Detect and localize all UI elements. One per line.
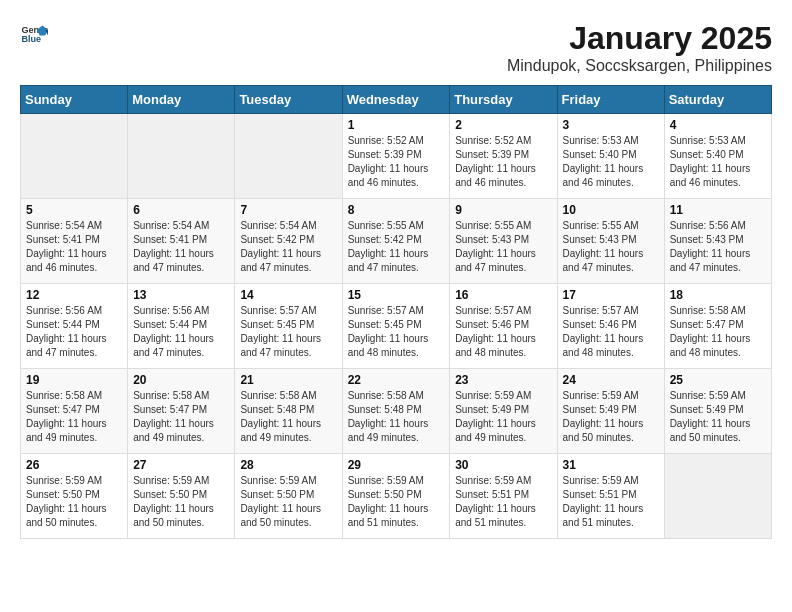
day-number: 20 xyxy=(133,373,229,387)
day-info: Sunrise: 5:58 AM Sunset: 5:47 PM Dayligh… xyxy=(133,389,229,445)
day-number: 26 xyxy=(26,458,122,472)
calendar-header-monday: Monday xyxy=(128,86,235,114)
day-number: 5 xyxy=(26,203,122,217)
day-number: 29 xyxy=(348,458,445,472)
day-number: 11 xyxy=(670,203,766,217)
main-title: January 2025 xyxy=(507,20,772,57)
calendar-header-wednesday: Wednesday xyxy=(342,86,450,114)
day-info: Sunrise: 5:58 AM Sunset: 5:47 PM Dayligh… xyxy=(670,304,766,360)
calendar-header-thursday: Thursday xyxy=(450,86,557,114)
day-number: 9 xyxy=(455,203,551,217)
day-number: 24 xyxy=(563,373,659,387)
day-info: Sunrise: 5:53 AM Sunset: 5:40 PM Dayligh… xyxy=(563,134,659,190)
day-info: Sunrise: 5:57 AM Sunset: 5:46 PM Dayligh… xyxy=(563,304,659,360)
day-number: 6 xyxy=(133,203,229,217)
calendar-cell: 26Sunrise: 5:59 AM Sunset: 5:50 PM Dayli… xyxy=(21,454,128,539)
day-info: Sunrise: 5:52 AM Sunset: 5:39 PM Dayligh… xyxy=(455,134,551,190)
calendar-cell: 23Sunrise: 5:59 AM Sunset: 5:49 PM Dayli… xyxy=(450,369,557,454)
calendar-cell: 12Sunrise: 5:56 AM Sunset: 5:44 PM Dayli… xyxy=(21,284,128,369)
calendar-cell: 8Sunrise: 5:55 AM Sunset: 5:42 PM Daylig… xyxy=(342,199,450,284)
calendar-cell: 6Sunrise: 5:54 AM Sunset: 5:41 PM Daylig… xyxy=(128,199,235,284)
calendar-cell: 28Sunrise: 5:59 AM Sunset: 5:50 PM Dayli… xyxy=(235,454,342,539)
day-number: 7 xyxy=(240,203,336,217)
day-number: 10 xyxy=(563,203,659,217)
header: General Blue January 2025 Mindupok, Socc… xyxy=(20,20,772,75)
calendar-cell: 7Sunrise: 5:54 AM Sunset: 5:42 PM Daylig… xyxy=(235,199,342,284)
day-info: Sunrise: 5:57 AM Sunset: 5:45 PM Dayligh… xyxy=(240,304,336,360)
calendar-header-sunday: Sunday xyxy=(21,86,128,114)
day-number: 18 xyxy=(670,288,766,302)
day-info: Sunrise: 5:59 AM Sunset: 5:49 PM Dayligh… xyxy=(563,389,659,445)
day-info: Sunrise: 5:56 AM Sunset: 5:43 PM Dayligh… xyxy=(670,219,766,275)
calendar-cell: 29Sunrise: 5:59 AM Sunset: 5:50 PM Dayli… xyxy=(342,454,450,539)
calendar-cell: 3Sunrise: 5:53 AM Sunset: 5:40 PM Daylig… xyxy=(557,114,664,199)
day-info: Sunrise: 5:57 AM Sunset: 5:45 PM Dayligh… xyxy=(348,304,445,360)
calendar-cell: 20Sunrise: 5:58 AM Sunset: 5:47 PM Dayli… xyxy=(128,369,235,454)
day-info: Sunrise: 5:59 AM Sunset: 5:51 PM Dayligh… xyxy=(455,474,551,530)
calendar-cell: 17Sunrise: 5:57 AM Sunset: 5:46 PM Dayli… xyxy=(557,284,664,369)
calendar-header-saturday: Saturday xyxy=(664,86,771,114)
day-number: 28 xyxy=(240,458,336,472)
calendar-header-tuesday: Tuesday xyxy=(235,86,342,114)
calendar-header-row: SundayMondayTuesdayWednesdayThursdayFrid… xyxy=(21,86,772,114)
day-info: Sunrise: 5:58 AM Sunset: 5:47 PM Dayligh… xyxy=(26,389,122,445)
calendar-cell: 22Sunrise: 5:58 AM Sunset: 5:48 PM Dayli… xyxy=(342,369,450,454)
logo-icon: General Blue xyxy=(20,20,48,48)
calendar-cell: 27Sunrise: 5:59 AM Sunset: 5:50 PM Dayli… xyxy=(128,454,235,539)
calendar-cell: 24Sunrise: 5:59 AM Sunset: 5:49 PM Dayli… xyxy=(557,369,664,454)
day-info: Sunrise: 5:59 AM Sunset: 5:50 PM Dayligh… xyxy=(240,474,336,530)
day-number: 13 xyxy=(133,288,229,302)
calendar-week-1: 1Sunrise: 5:52 AM Sunset: 5:39 PM Daylig… xyxy=(21,114,772,199)
calendar-week-2: 5Sunrise: 5:54 AM Sunset: 5:41 PM Daylig… xyxy=(21,199,772,284)
day-number: 3 xyxy=(563,118,659,132)
calendar-cell: 2Sunrise: 5:52 AM Sunset: 5:39 PM Daylig… xyxy=(450,114,557,199)
calendar-cell: 13Sunrise: 5:56 AM Sunset: 5:44 PM Dayli… xyxy=(128,284,235,369)
day-info: Sunrise: 5:55 AM Sunset: 5:42 PM Dayligh… xyxy=(348,219,445,275)
day-number: 4 xyxy=(670,118,766,132)
day-number: 23 xyxy=(455,373,551,387)
calendar-cell: 10Sunrise: 5:55 AM Sunset: 5:43 PM Dayli… xyxy=(557,199,664,284)
calendar-cell: 16Sunrise: 5:57 AM Sunset: 5:46 PM Dayli… xyxy=(450,284,557,369)
calendar-week-5: 26Sunrise: 5:59 AM Sunset: 5:50 PM Dayli… xyxy=(21,454,772,539)
day-info: Sunrise: 5:59 AM Sunset: 5:50 PM Dayligh… xyxy=(348,474,445,530)
calendar-cell: 1Sunrise: 5:52 AM Sunset: 5:39 PM Daylig… xyxy=(342,114,450,199)
day-number: 27 xyxy=(133,458,229,472)
day-info: Sunrise: 5:59 AM Sunset: 5:50 PM Dayligh… xyxy=(133,474,229,530)
day-number: 17 xyxy=(563,288,659,302)
day-number: 22 xyxy=(348,373,445,387)
calendar-cell xyxy=(128,114,235,199)
day-info: Sunrise: 5:59 AM Sunset: 5:51 PM Dayligh… xyxy=(563,474,659,530)
calendar-cell: 21Sunrise: 5:58 AM Sunset: 5:48 PM Dayli… xyxy=(235,369,342,454)
day-number: 30 xyxy=(455,458,551,472)
day-number: 31 xyxy=(563,458,659,472)
calendar-cell: 4Sunrise: 5:53 AM Sunset: 5:40 PM Daylig… xyxy=(664,114,771,199)
calendar-cell: 19Sunrise: 5:58 AM Sunset: 5:47 PM Dayli… xyxy=(21,369,128,454)
day-info: Sunrise: 5:53 AM Sunset: 5:40 PM Dayligh… xyxy=(670,134,766,190)
day-info: Sunrise: 5:54 AM Sunset: 5:41 PM Dayligh… xyxy=(26,219,122,275)
svg-text:Blue: Blue xyxy=(21,34,41,44)
day-info: Sunrise: 5:56 AM Sunset: 5:44 PM Dayligh… xyxy=(26,304,122,360)
day-info: Sunrise: 5:55 AM Sunset: 5:43 PM Dayligh… xyxy=(455,219,551,275)
calendar-cell: 30Sunrise: 5:59 AM Sunset: 5:51 PM Dayli… xyxy=(450,454,557,539)
day-info: Sunrise: 5:54 AM Sunset: 5:41 PM Dayligh… xyxy=(133,219,229,275)
day-number: 14 xyxy=(240,288,336,302)
title-section: January 2025 Mindupok, Soccsksargen, Phi… xyxy=(507,20,772,75)
calendar-table: SundayMondayTuesdayWednesdayThursdayFrid… xyxy=(20,85,772,539)
day-info: Sunrise: 5:59 AM Sunset: 5:49 PM Dayligh… xyxy=(670,389,766,445)
day-number: 12 xyxy=(26,288,122,302)
day-number: 25 xyxy=(670,373,766,387)
day-number: 2 xyxy=(455,118,551,132)
calendar-cell: 5Sunrise: 5:54 AM Sunset: 5:41 PM Daylig… xyxy=(21,199,128,284)
day-info: Sunrise: 5:55 AM Sunset: 5:43 PM Dayligh… xyxy=(563,219,659,275)
day-info: Sunrise: 5:58 AM Sunset: 5:48 PM Dayligh… xyxy=(348,389,445,445)
calendar-cell xyxy=(235,114,342,199)
day-info: Sunrise: 5:52 AM Sunset: 5:39 PM Dayligh… xyxy=(348,134,445,190)
day-info: Sunrise: 5:59 AM Sunset: 5:49 PM Dayligh… xyxy=(455,389,551,445)
calendar-cell: 18Sunrise: 5:58 AM Sunset: 5:47 PM Dayli… xyxy=(664,284,771,369)
calendar-cell: 14Sunrise: 5:57 AM Sunset: 5:45 PM Dayli… xyxy=(235,284,342,369)
logo: General Blue xyxy=(20,20,48,48)
day-number: 8 xyxy=(348,203,445,217)
day-number: 15 xyxy=(348,288,445,302)
day-info: Sunrise: 5:58 AM Sunset: 5:48 PM Dayligh… xyxy=(240,389,336,445)
day-number: 19 xyxy=(26,373,122,387)
